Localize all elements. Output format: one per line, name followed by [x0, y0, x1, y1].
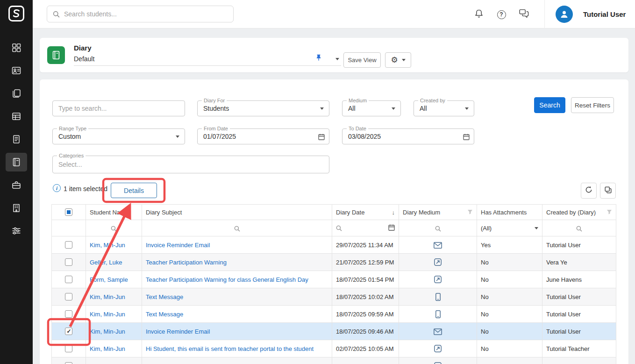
sidebar-item-dashboard[interactable]	[0, 37, 33, 58]
calendar-icon[interactable]	[388, 224, 395, 232]
settings-icon	[6, 221, 27, 240]
row-checkbox[interactable]	[65, 328, 72, 335]
filter-attachments-select[interactable]: (All)	[477, 220, 542, 236]
student-name-link[interactable]: Kim, Min-Jun	[90, 311, 125, 318]
search-button[interactable]: Search	[534, 97, 565, 113]
global-search-box	[47, 6, 234, 22]
table-row[interactable]: Geller, Luke Teacher Participation Warni…	[52, 254, 616, 271]
select-all-checkbox[interactable]	[65, 208, 72, 216]
sidebar-item-documents[interactable]	[0, 83, 33, 104]
filter-createdby-cell[interactable]	[542, 220, 616, 236]
medium-select[interactable]: Medium All	[342, 100, 401, 116]
search-icon	[576, 226, 582, 232]
user-menu[interactable]: Tutorial User	[544, 0, 626, 29]
diary-subject-link[interactable]: Hi Student, this email is sent from teac…	[146, 345, 314, 352]
categories-select[interactable]: Categories Select...	[52, 156, 329, 173]
created-by-cell: Tutorial Teacher	[542, 357, 616, 364]
search-icon	[111, 226, 117, 232]
diary-subject-link[interactable]: Teacher Participation Warning	[146, 259, 227, 266]
portal-icon	[434, 362, 442, 364]
sidebar-item-reports[interactable]	[0, 129, 33, 150]
table-row[interactable]: Kim, Min-Jun Text Message 18/07/2025 10:…	[52, 288, 616, 306]
calendar-icon[interactable]	[318, 134, 325, 142]
calendar-icon[interactable]	[463, 134, 470, 142]
diary-date-cell: 18/07/2025 09:59 AM	[332, 306, 399, 323]
student-name-link[interactable]: Kim, Min-Jun	[90, 242, 125, 249]
range-type-select[interactable]: Range Type Custom	[52, 128, 185, 144]
filter-keyword-input[interactable]	[52, 100, 185, 116]
sidebar-item-organization[interactable]	[0, 198, 33, 218]
reset-filters-button[interactable]: Reset Filters	[571, 97, 614, 113]
header-diary-date[interactable]: Diary Date	[332, 205, 399, 220]
diary-for-select[interactable]: Diary For Students	[197, 100, 329, 116]
table-row[interactable]: Form, Sample Teacher Participation Warni…	[52, 271, 616, 288]
filter-subject-cell[interactable]	[142, 220, 332, 236]
messages-button[interactable]	[517, 7, 531, 21]
student-name-link[interactable]: Geller, Luke	[90, 259, 122, 266]
student-name-link[interactable]: Kim, Min-Jun	[90, 345, 125, 352]
filter-funnel-icon[interactable]	[606, 209, 612, 216]
export-copy-button[interactable]	[600, 183, 616, 199]
header-has-attachments[interactable]: Has Attachments	[477, 205, 542, 220]
diary-subject-link[interactable]: Invoice Reminder Email	[146, 328, 210, 335]
student-name-link[interactable]: Kim, Min-Jun	[90, 328, 125, 335]
from-date-label: From Date	[202, 126, 230, 131]
diary-date-cell: 21/07/2025 12:59 PM	[332, 254, 399, 271]
pin-view-button[interactable]	[315, 54, 322, 64]
sidebar-item-services[interactable]	[0, 175, 33, 195]
chevron-down-icon	[402, 59, 406, 61]
copy-icon	[605, 186, 612, 195]
medium-value: All	[348, 105, 356, 112]
filter-medium-cell[interactable]	[399, 220, 477, 236]
diary-subject-link[interactable]: Teacher Participation Warning for class …	[146, 276, 308, 283]
diary-subject-link[interactable]: Text Message	[146, 293, 183, 300]
save-view-button[interactable]: Save View	[343, 52, 381, 68]
filter-student-cell[interactable]	[86, 220, 142, 236]
row-select-cell	[52, 271, 86, 288]
row-select-cell	[52, 288, 86, 306]
global-search-input[interactable]	[64, 10, 228, 18]
row-checkbox[interactable]	[65, 310, 72, 318]
notifications-button[interactable]	[472, 7, 486, 21]
view-settings-button[interactable]	[385, 52, 411, 68]
student-name-link[interactable]: Form, Sample	[90, 276, 128, 283]
row-checkbox[interactable]	[65, 345, 72, 352]
filter-date-cell[interactable]	[332, 220, 399, 236]
sort-descending-icon[interactable]	[392, 209, 395, 216]
view-selector[interactable]: Default	[74, 53, 341, 66]
table-row[interactable]: Kim, Min-Jun Invoice Reminder Email 18/0…	[52, 323, 616, 340]
student-name-link[interactable]: Kim, Min-Jun	[90, 363, 125, 364]
created-by-select[interactable]: Created by All	[414, 100, 474, 116]
sidebar-item-timetable[interactable]	[0, 106, 33, 127]
details-button[interactable]: Details	[111, 183, 157, 198]
table-row[interactable]: Kim, Min-Jun Hi Student, this email is s…	[52, 340, 616, 357]
student-name-link[interactable]: Kim, Min-Jun	[90, 293, 125, 300]
categories-placeholder: Select...	[58, 161, 82, 168]
refresh-button[interactable]	[581, 183, 597, 199]
filter-funnel-icon[interactable]	[467, 209, 473, 216]
app-logo[interactable]	[7, 5, 25, 22]
from-date-input[interactable]: From Date 01/07/2025	[197, 128, 329, 144]
to-date-input[interactable]: To Date 03/08/2025	[342, 128, 474, 144]
header-diary-medium[interactable]: Diary Medium	[399, 205, 477, 220]
help-button[interactable]	[494, 7, 508, 21]
sidebar-item-diary[interactable]	[0, 152, 33, 172]
row-checkbox[interactable]	[65, 276, 72, 283]
sidebar-item-students[interactable]	[0, 60, 33, 81]
table-row[interactable]: Kim, Min-Jun Invoice Reminder Email 29/0…	[52, 236, 616, 254]
row-checkbox[interactable]	[65, 258, 72, 266]
diary-medium-cell	[399, 357, 477, 364]
sidebar-item-settings[interactable]	[0, 221, 33, 241]
header-diary-subject[interactable]: Diary Subject	[142, 205, 332, 220]
row-checkbox[interactable]	[65, 241, 72, 249]
diary-subject-link[interactable]: Text Message	[146, 311, 183, 318]
table-row[interactable]: Kim, Min-Jun Text Message 18/07/2025 09:…	[52, 306, 616, 323]
table-row[interactable]: Kim, Min-Jun Hi Student, this email is s…	[52, 357, 616, 364]
bell-icon	[474, 9, 484, 21]
header-student-name[interactable]: Student Name	[86, 205, 142, 220]
diary-subject-link[interactable]: Hi Student, this email is sent from teac…	[146, 363, 314, 364]
row-checkbox[interactable]	[65, 362, 72, 364]
diary-subject-link[interactable]: Invoice Reminder Email	[146, 242, 210, 249]
row-checkbox[interactable]	[65, 293, 72, 300]
header-created-by[interactable]: Created by (Diary)	[542, 205, 616, 220]
